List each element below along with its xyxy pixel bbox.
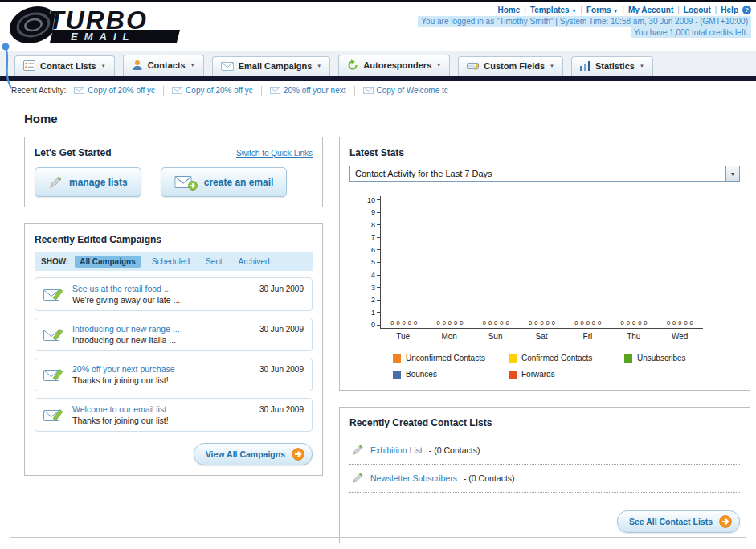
chart-bar-group: 00000 — [611, 319, 656, 328]
chart-x-axis: TueMonSunSatFriThuWed — [380, 332, 703, 341]
nav-tab-email-campaigns[interactable]: Email Campaigns ▼ — [212, 56, 331, 76]
data-value-label: 0 — [534, 319, 537, 326]
data-value-label: 0 — [436, 319, 439, 326]
legend-item: Forwards — [509, 370, 624, 379]
envelope-icon — [270, 87, 280, 94]
nav-tab-statistics[interactable]: Statistics ▼ — [571, 56, 653, 76]
contact-lists-icon — [23, 60, 35, 71]
data-value-label: 0 — [581, 319, 584, 326]
campaign-date: 30 Jun 2009 — [259, 365, 304, 374]
nav-tab-custom-fields[interactable]: Custom Fields ▼ — [458, 56, 563, 76]
stats-period-select[interactable]: Contact Activity for the Last 7 Days ▼ — [349, 166, 740, 182]
chart-legend: Unconfirmed ContactsConfirmed ContactsUn… — [393, 354, 740, 379]
logo-subtitle-text: EMAIL — [71, 31, 135, 43]
chevron-down-icon: ▼ — [725, 166, 739, 181]
data-value-label: 0 — [460, 319, 463, 326]
recent-activity-item[interactable]: Copy of Welcome tc — [363, 86, 448, 95]
data-value-label: 0 — [454, 319, 457, 326]
legend-swatch — [393, 354, 401, 363]
y-axis-tick: 10 — [367, 196, 380, 203]
legend-label: Unsubscribes — [637, 354, 686, 363]
filter-tab-all-campaigns[interactable]: All Campaigns — [75, 256, 140, 268]
chevron-down-icon: ▼ — [640, 64, 644, 68]
contact-list-link[interactable]: Exhibition List — [370, 445, 423, 455]
data-value-label: 0 — [414, 319, 417, 326]
top-link-help[interactable]: Help — [721, 6, 738, 14]
top-link-templates[interactable]: Templates ▼ — [530, 6, 576, 14]
legend-item: Bounces — [393, 370, 509, 379]
data-value-label: 0 — [483, 319, 486, 326]
recent-activity-item[interactable]: 20% off your next — [270, 86, 346, 95]
header: TURBO EMAIL Home| Templates ▼| Forms ▼| … — [0, 2, 756, 51]
recent-activity-label: Recent Activity: — [11, 86, 66, 95]
email-edit-icon — [43, 287, 64, 301]
campaigns-title: Recently Edited Campaigns — [35, 234, 313, 245]
top-link-forms[interactable]: Forms ▼ — [586, 6, 618, 14]
contact-list-count: - (0 Contacts) — [464, 473, 515, 483]
legend-label: Bounces — [406, 370, 437, 379]
y-axis-tick: 2 — [371, 297, 380, 304]
legend-item: Unconfirmed Contacts — [393, 354, 509, 363]
see-all-contact-lists-button[interactable]: See All Contact Lists — [617, 510, 740, 533]
data-value-label: 0 — [638, 319, 641, 326]
x-axis-label: Fri — [565, 332, 611, 341]
app-logo[interactable]: TURBO EMAIL — [3, 4, 214, 51]
top-link-logout[interactable]: Logout — [684, 6, 711, 14]
top-link-my-account[interactable]: My Account — [628, 6, 673, 14]
filter-tab-scheduled[interactable]: Scheduled — [147, 256, 194, 268]
pencil-icon — [48, 175, 63, 190]
separator — [163, 86, 164, 96]
nav-tab-autoresponders[interactable]: Autoresponders ▼ — [338, 55, 450, 76]
manage-lists-button[interactable]: manage lists — [35, 167, 141, 197]
campaign-row: See us at the retail food ... We're givi… — [35, 277, 313, 311]
arrow-right-icon — [719, 515, 732, 528]
envelope-icon — [172, 87, 182, 94]
campaign-title-link[interactable]: 20% off your next purchase — [72, 364, 251, 374]
create-email-button[interactable]: create an email — [161, 167, 288, 197]
campaign-title-link[interactable]: Welcome to our email list — [72, 404, 251, 414]
data-value-label: 0 — [546, 319, 550, 326]
data-value-label: 0 — [500, 319, 503, 326]
legend-label: Unconfirmed Contacts — [406, 354, 485, 363]
page-title: Home — [24, 112, 732, 125]
separator — [261, 86, 262, 96]
credits-info: You have 1,000 total credits left. — [418, 28, 751, 37]
envelope-icon — [74, 87, 84, 94]
nav-tab-contact-lists[interactable]: Contact Lists ▼ — [14, 55, 115, 76]
arrow-right-icon — [292, 448, 304, 461]
data-value-label: 0 — [667, 319, 670, 326]
contact-activity-chart: 109876543210 000000000000000000000000000… — [349, 196, 740, 379]
chart-bar-group: 00000 — [381, 319, 427, 328]
data-value-label: 0 — [684, 319, 687, 326]
data-value-label: 0 — [488, 319, 492, 326]
recent-activity-item[interactable]: Copy of 20% off yc — [172, 86, 253, 95]
main-content: Home Let's Get Started Switch to Quick L… — [0, 100, 756, 543]
chart-bar-group: 00000 — [473, 319, 519, 328]
y-axis-tick: 7 — [371, 234, 380, 241]
filter-tab-archived[interactable]: Archived — [234, 256, 275, 268]
y-axis-tick: 8 — [371, 221, 380, 228]
separator: | — [715, 6, 717, 14]
filter-tab-sent[interactable]: Sent — [201, 256, 227, 268]
recent-activity-item[interactable]: Copy of 20% off yc — [74, 86, 155, 95]
campaign-title-link[interactable]: See us at the retail food ... — [72, 284, 251, 293]
campaign-date: 30 Jun 2009 — [259, 405, 304, 414]
data-value-label: 0 — [552, 319, 555, 326]
separator: | — [622, 6, 624, 14]
latest-stats-title: Latest Stats — [349, 147, 740, 158]
data-value-label: 0 — [403, 319, 406, 326]
switch-quick-links-link[interactable]: Switch to Quick Links — [236, 149, 313, 158]
chevron-down-icon: ▼ — [571, 9, 576, 14]
contact-list-link[interactable]: Newsletter Subscribers — [370, 473, 457, 483]
data-value-label: 0 — [586, 319, 590, 326]
x-axis-label: Sun — [472, 332, 518, 341]
help-icon[interactable]: ? — [742, 6, 751, 14]
nav-tab-contacts[interactable]: Contacts ▼ — [123, 55, 204, 76]
campaign-title-link[interactable]: Introducing our new range ... — [72, 324, 251, 334]
logo-antenna-decoration — [0, 42, 18, 90]
chart-bar-group: 00000 — [519, 319, 565, 328]
chart-bar-group: 00000 — [427, 319, 472, 328]
view-all-campaigns-button[interactable]: View All Campaigns — [194, 443, 313, 465]
custom-fields-icon — [467, 61, 479, 71]
top-link-home[interactable]: Home — [498, 6, 521, 14]
